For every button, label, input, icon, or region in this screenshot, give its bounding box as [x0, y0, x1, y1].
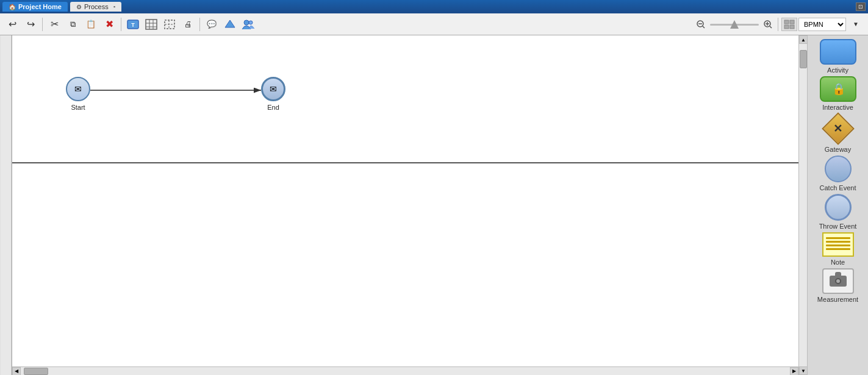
svg-rect-20 [784, 20, 789, 24]
cut-button[interactable]: ✂ [46, 16, 63, 33]
sep4 [778, 18, 778, 31]
measurement-icon [822, 268, 854, 294]
zoom-area [694, 18, 775, 31]
start-event-shape: ✉ [66, 77, 90, 101]
interactive-icon [820, 76, 856, 102]
lane-top: ✉ Start ✉ End [12, 35, 798, 163]
notation-dropdown-btn[interactable]: ▼ [847, 16, 864, 33]
panel-item-activity[interactable]: Activity [811, 39, 865, 74]
select-button[interactable] [161, 16, 178, 33]
note-icon [822, 232, 854, 257]
throw-event-icon [825, 194, 852, 221]
layout-button[interactable] [781, 18, 797, 31]
note-line-4 [826, 248, 850, 250]
deploy-button[interactable] [221, 16, 239, 33]
print-button[interactable]: 🖨 [179, 16, 196, 33]
zoom-out-button[interactable] [694, 18, 708, 31]
svg-rect-22 [784, 25, 789, 29]
activity-label: Activity [827, 66, 848, 74]
delete-button[interactable]: ✖ [101, 16, 118, 33]
end-node[interactable]: ✉ End [261, 77, 285, 111]
camera-body [830, 276, 847, 287]
hscroll-left-btn[interactable]: ◀ [12, 367, 21, 376]
process-icon: ⚙ [76, 4, 82, 10]
start-label: Start [71, 104, 85, 111]
note-label: Note [831, 259, 845, 266]
svg-point-11 [244, 20, 249, 25]
vscroll-up-btn[interactable]: ▲ [799, 35, 808, 44]
tab-close-icon[interactable]: ▪ [113, 4, 115, 10]
tab-process-label: Process [84, 3, 109, 10]
undo-button[interactable]: ↩ [4, 16, 21, 33]
panel-item-throw-event[interactable]: Throw Event [811, 194, 865, 230]
catch-event-label: Catch Event [820, 184, 856, 191]
canvas-wrapper: ✉ Start ✉ End ◀ ▶ [12, 35, 798, 375]
vscroll-track[interactable] [799, 44, 807, 366]
lane-bottom [12, 163, 798, 366]
tab-project-home[interactable]: 🏠 Project Home [2, 2, 68, 12]
window-restore-btn[interactable]: ⊡ [856, 2, 866, 11]
notation-select[interactable]: BPMN UML Flowchart [798, 18, 846, 31]
redo-button[interactable]: ↪ [22, 16, 39, 33]
home-icon: 🏠 [9, 4, 16, 10]
vscroll-thumb[interactable] [800, 50, 807, 68]
task-button[interactable]: T [124, 16, 142, 33]
window-controls: ⊡ [856, 2, 866, 11]
canvas-svg [12, 35, 798, 162]
horizontal-scrollbar[interactable]: ◀ ▶ [12, 366, 798, 375]
main-area: ✉ Start ✉ End ◀ ▶ ▲ [0, 35, 868, 375]
comment-button[interactable]: 💬 [203, 16, 220, 33]
svg-line-14 [703, 26, 705, 28]
throw-event-label: Throw Event [819, 223, 857, 230]
panel-item-gateway[interactable]: ✕ Gateway [811, 113, 865, 153]
end-event-shape: ✉ [261, 77, 285, 101]
title-bar: 🏠 Project Home ⚙ Process ▪ ⊡ [0, 0, 868, 13]
svg-rect-23 [790, 25, 794, 29]
svg-rect-21 [790, 20, 794, 24]
toolbar: ↩ ↪ ✂ ⧉ 📋 ✖ T 🖨 💬 [0, 13, 868, 35]
vscroll-down-btn[interactable]: ▼ [799, 366, 808, 375]
right-panel: Activity Interactive ✕ Gateway Catch Eve… [807, 35, 868, 375]
svg-marker-10 [225, 20, 235, 27]
note-line-1 [826, 237, 850, 239]
hscroll-right-btn[interactable]: ▶ [790, 367, 798, 376]
activity-icon [820, 39, 856, 65]
table-button[interactable] [143, 16, 160, 33]
camera-lens [835, 278, 841, 284]
interactive-label: Interactive [822, 104, 853, 111]
vertical-scrollbar[interactable]: ▲ ▼ [798, 35, 807, 375]
end-label: End [267, 104, 279, 111]
copy-button[interactable]: ⧉ [64, 16, 81, 33]
sep2 [121, 18, 121, 31]
note-line-3 [826, 245, 850, 246]
measurement-label: Measurement [817, 296, 858, 303]
gateway-icon-wrap: ✕ [823, 113, 853, 144]
svg-text:T: T [131, 22, 135, 28]
note-line-2 [826, 241, 850, 243]
zoom-slider-track[interactable] [710, 20, 759, 29]
hscroll-thumb[interactable] [24, 368, 48, 375]
catch-event-icon [825, 155, 852, 182]
users-button[interactable] [240, 16, 257, 33]
start-envelope-icon: ✉ [74, 84, 82, 94]
tab-home-label: Project Home [18, 3, 62, 10]
sep1 [42, 18, 43, 31]
end-envelope-icon: ✉ [270, 84, 277, 94]
left-scroll [0, 35, 12, 375]
panel-item-measurement[interactable]: Measurement [811, 268, 865, 303]
hscroll-track[interactable] [21, 367, 790, 376]
svg-rect-2 [146, 20, 157, 29]
svg-point-12 [249, 21, 253, 24]
panel-item-note[interactable]: Note [811, 232, 865, 266]
gateway-x-icon: ✕ [833, 122, 842, 135]
zoom-in-button[interactable] [761, 18, 775, 31]
camera-bump [835, 272, 841, 276]
panel-item-interactive[interactable]: Interactive [811, 76, 865, 111]
sep3 [199, 18, 200, 31]
panel-item-catch-event[interactable]: Catch Event [811, 155, 865, 191]
tab-process[interactable]: ⚙ Process ▪ [70, 2, 121, 12]
start-node[interactable]: ✉ Start [66, 77, 90, 111]
gateway-label: Gateway [825, 146, 851, 153]
paste-button[interactable]: 📋 [82, 16, 99, 33]
svg-line-17 [770, 26, 772, 28]
